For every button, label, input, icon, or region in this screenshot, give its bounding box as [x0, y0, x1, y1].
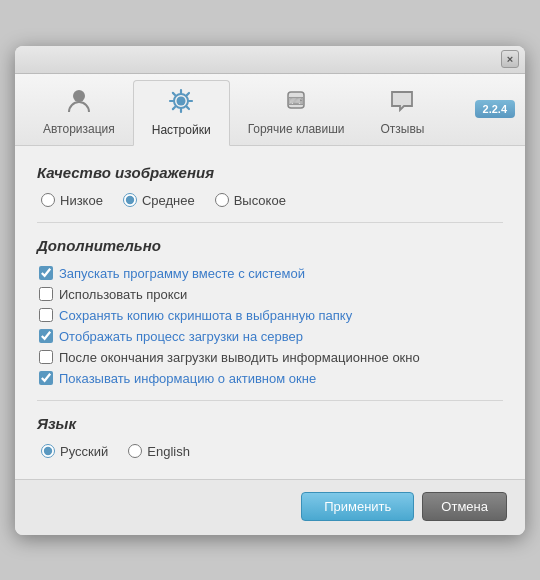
close-button[interactable]: × — [501, 50, 519, 68]
main-window: × Авторизация Настройк — [15, 46, 525, 535]
fire-icon: ⌨ — [282, 86, 310, 118]
tab-auth[interactable]: Авторизация — [25, 80, 133, 144]
checkbox-activewindow[interactable] — [39, 371, 53, 385]
cancel-button[interactable]: Отмена — [422, 492, 507, 521]
checkbox-autostart[interactable] — [39, 266, 53, 280]
quality-title: Качество изображения — [37, 164, 503, 181]
additional-checkbox-group: Запускать программу вместе с системой Ис… — [37, 266, 503, 386]
quality-high-text: Высокое — [234, 193, 286, 208]
checkbox-infowindow-text: После окончания загрузки выводить информ… — [59, 350, 420, 365]
version-badge: 2.2.4 — [475, 100, 515, 118]
additional-title: Дополнительно — [37, 237, 503, 254]
checkbox-infowindow[interactable] — [39, 350, 53, 364]
divider-1 — [37, 222, 503, 223]
tab-hotkeys[interactable]: ⌨ Горячие клавиши — [230, 80, 363, 144]
footer: Применить Отмена — [15, 479, 525, 535]
checkbox-activewindow-text: Показывать информацию о активном окне — [59, 371, 316, 386]
checkbox-activewindow-label[interactable]: Показывать информацию о активном окне — [39, 371, 503, 386]
divider-2 — [37, 400, 503, 401]
quality-medium-text: Среднее — [142, 193, 195, 208]
tab-bar: Авторизация Настройки ⌨ Гор — [15, 74, 525, 146]
speech-icon — [388, 86, 416, 118]
language-english-label[interactable]: English — [128, 444, 190, 459]
tab-reviews-label: Отзывы — [380, 122, 424, 136]
language-russian-text: Русский — [60, 444, 108, 459]
checkbox-proxy-label[interactable]: Использовать прокси — [39, 287, 503, 302]
additional-section: Дополнительно Запускать программу вместе… — [37, 237, 503, 386]
tab-settings-label: Настройки — [152, 123, 211, 137]
checkbox-savecopy-text: Сохранять копию скриншота в выбранную па… — [59, 308, 352, 323]
quality-high-radio[interactable] — [215, 193, 229, 207]
tab-reviews[interactable]: Отзывы — [362, 80, 442, 144]
quality-medium-label[interactable]: Среднее — [123, 193, 195, 208]
checkbox-proxy[interactable] — [39, 287, 53, 301]
content-area: Качество изображения Низкое Среднее Высо… — [15, 146, 525, 479]
gear-icon — [167, 87, 195, 119]
quality-section: Качество изображения Низкое Среднее Высо… — [37, 164, 503, 208]
quality-high-label[interactable]: Высокое — [215, 193, 286, 208]
language-russian-radio[interactable] — [41, 444, 55, 458]
checkbox-savecopy-label[interactable]: Сохранять копию скриншота в выбранную па… — [39, 308, 503, 323]
language-section: Язык Русский English — [37, 415, 503, 459]
checkbox-showupload-text: Отображать процесс загрузки на сервер — [59, 329, 303, 344]
quality-radio-group: Низкое Среднее Высокое — [37, 193, 503, 208]
checkbox-savecopy[interactable] — [39, 308, 53, 322]
language-english-text: English — [147, 444, 190, 459]
language-english-radio[interactable] — [128, 444, 142, 458]
quality-low-text: Низкое — [60, 193, 103, 208]
apply-button[interactable]: Применить — [301, 492, 414, 521]
checkbox-infowindow-label[interactable]: После окончания загрузки выводить информ… — [39, 350, 503, 365]
checkbox-autostart-text: Запускать программу вместе с системой — [59, 266, 305, 281]
svg-point-3 — [177, 97, 185, 105]
title-bar: × — [15, 46, 525, 74]
language-title: Язык — [37, 415, 503, 432]
tab-settings[interactable]: Настройки — [133, 80, 230, 146]
quality-medium-radio[interactable] — [123, 193, 137, 207]
checkbox-autostart-label[interactable]: Запускать программу вместе с системой — [39, 266, 503, 281]
quality-low-radio[interactable] — [41, 193, 55, 207]
svg-point-0 — [73, 90, 85, 102]
person-icon — [65, 86, 93, 118]
checkbox-showupload-label[interactable]: Отображать процесс загрузки на сервер — [39, 329, 503, 344]
tab-auth-label: Авторизация — [43, 122, 115, 136]
tab-hotkeys-label: Горячие клавиши — [248, 122, 345, 136]
checkbox-proxy-text: Использовать прокси — [59, 287, 187, 302]
svg-text:⌨: ⌨ — [288, 95, 304, 107]
language-russian-label[interactable]: Русский — [41, 444, 108, 459]
quality-low-label[interactable]: Низкое — [41, 193, 103, 208]
language-radio-group: Русский English — [37, 444, 503, 459]
checkbox-showupload[interactable] — [39, 329, 53, 343]
